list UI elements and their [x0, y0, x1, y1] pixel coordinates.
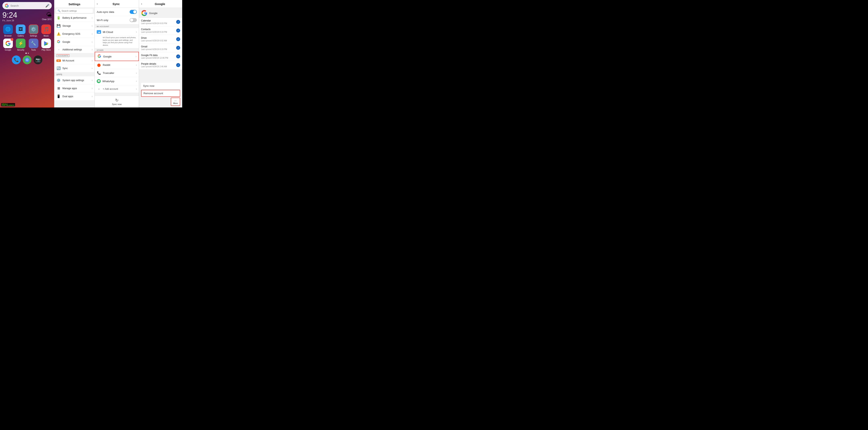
remove-account-button[interactable]: Remove account [141, 90, 180, 97]
accounts-highlight: ACCOUNTS [56, 54, 69, 57]
app-tools[interactable]: 🔧 Tools [28, 38, 39, 51]
additional-arrow: › [92, 48, 93, 51]
calendar-check[interactable] [176, 20, 180, 24]
google-sync-item-gmail: Gmail Last synced 6/29/19 8:19 PM [139, 44, 182, 52]
dual-apps-icon: 📱 [56, 94, 61, 98]
google-account-row: Google [139, 8, 182, 18]
google-panel: ‹ Google Google Calendar Last synced 6/2… [139, 0, 182, 108]
settings-item-additional[interactable]: ··· Additional settings › [54, 46, 94, 53]
settings-item-storage[interactable]: 💾 Storage › [54, 22, 94, 30]
google-settings-label: Google [62, 40, 92, 44]
settings-label: Settings [30, 35, 37, 37]
music-icon: 🎵 [41, 25, 51, 34]
sync-item-reddit[interactable]: ⬤ Reddit › [95, 61, 139, 69]
mic-icon[interactable]: 🎤 [45, 4, 49, 8]
google-sync-now-button[interactable]: Sync now [141, 83, 180, 89]
auto-sync-toggle[interactable] [130, 10, 137, 14]
storage-arrow: › [92, 25, 93, 27]
manage-apps-label: Manage apps [62, 87, 92, 90]
add-account-icon: + [97, 87, 101, 91]
home-search-bar[interactable]: 🎤 [2, 2, 52, 9]
sync-item-autosync[interactable]: Auto-sync data [95, 8, 139, 16]
app-gallery[interactable]: 🖼 Gallery [15, 25, 27, 37]
sync-item-add-account[interactable]: + + Add account › [95, 85, 139, 93]
settings-item-mi-account[interactable]: Mi Mi Account › [54, 57, 94, 64]
battery-arrow: › [92, 17, 93, 19]
sync-panel: ‹ Sync Auto-sync data Wi-Fi only MI ACCO… [95, 0, 139, 108]
tools-label: Tools [31, 49, 36, 51]
home-date: Fri, June 28 [2, 19, 17, 22]
app-security[interactable]: ⚡ Security [15, 38, 27, 51]
sync-item-micloud[interactable]: ☁ Mi Cloud › [95, 28, 139, 36]
sync-item-whatsapp[interactable]: 💬 WhatsApp › [95, 77, 139, 85]
settings-item-emergency[interactable]: ⚠️ Emergency SOS › [54, 30, 94, 38]
sync-back-button[interactable]: ‹ [97, 2, 98, 6]
camera-icon[interactable]: 📷 [33, 55, 42, 64]
security-icon: ⚡ [16, 38, 26, 48]
sync-whatsapp-label: WhatsApp [102, 80, 136, 83]
contacts-sub: Last synced 6/29/19 8:19 PM [141, 31, 176, 33]
google-back-button[interactable]: ‹ [141, 2, 142, 6]
storage-icon: 💾 [56, 24, 61, 28]
sync-truecaller-label: Truecaller [103, 71, 136, 75]
settings-list: 🔋 Battery & performance › 💾 Storage › ⚠️… [54, 14, 94, 108]
contacts-check[interactable] [176, 29, 180, 32]
settings-item-dual-apps[interactable]: 📱 Dual apps › [54, 92, 94, 101]
fit-sub: Last synced 6/30/19 12:06 PM [141, 57, 176, 59]
music-label: Music [43, 35, 49, 37]
playstore-icon [41, 38, 51, 48]
drive-check[interactable] [176, 37, 180, 41]
system-apps-arrow: › [92, 79, 93, 82]
people-check[interactable] [176, 63, 180, 67]
mi-account-icon: Mi [56, 59, 61, 62]
sync-now-button[interactable]: ↻ Sync now [95, 95, 139, 108]
people-label: People details [141, 62, 176, 65]
phone-icon[interactable]: 📞 [12, 55, 21, 64]
home-search-input[interactable] [10, 4, 45, 7]
settings-item-manage-apps[interactable]: ⊞ Manage apps › [54, 84, 94, 92]
apps-section-header: APPS [54, 72, 94, 76]
settings-item-google[interactable]: Google › [54, 38, 94, 46]
sync-item-wifionly[interactable]: Wi-Fi only [95, 16, 139, 24]
app-music[interactable]: 🎵 Music [41, 25, 52, 37]
system-apps-label: System app settings [62, 79, 92, 82]
app-browser[interactable]: 🌐 Browser [2, 25, 13, 37]
additional-label: Additional settings [62, 48, 92, 51]
settings-item-battery[interactable]: 🔋 Battery & performance › [54, 14, 94, 22]
accounts-section-header: ACCOUNTS [54, 53, 94, 57]
mi-cloud-desc: Mi Cloud syncs your contacts and photos,… [95, 36, 139, 48]
app-playstore[interactable]: Play Store [41, 38, 52, 51]
gmail-label: Gmail [141, 45, 176, 48]
time-weather-area: 9:24 Fri, June 28 🌤 Clear 33°C [2, 11, 52, 22]
drive-sub: Last synced 6/29/19 6:02 AM [141, 39, 176, 42]
settings-header: Settings [54, 0, 94, 8]
google-sync-item-calendar: Calendar Last synced 6/29/19 8:03 PM [139, 18, 182, 26]
settings-search-input[interactable] [62, 10, 91, 12]
app-grid-row2: 1 Google ⚡ Security 🔧 Tools Play Store [2, 38, 52, 51]
more-dots-icon: ··· [174, 99, 177, 102]
dual-apps-arrow: › [92, 95, 93, 98]
sync-list: Auto-sync data Wi-Fi only MI ACCOUNT ☁ M… [95, 8, 139, 95]
app-google[interactable]: 1 Google [2, 38, 13, 51]
gallery-label: Gallery [18, 35, 24, 37]
app-settings[interactable]: ⚙️ Settings [28, 25, 39, 37]
contacts-label: Contacts [141, 28, 176, 31]
weather-text: Clear 33°C [42, 18, 52, 21]
mi-cloud-icon: ☁ [97, 30, 101, 34]
chrome-icon[interactable] [23, 55, 31, 64]
settings-item-sync[interactable]: 🔄 Sync › [54, 64, 94, 72]
gmail-check[interactable] [176, 46, 180, 50]
google-badge: 1 [11, 38, 13, 41]
settings-item-system-apps[interactable]: ⚙️ System app settings › [54, 76, 94, 84]
sync-item-google[interactable]: Google › [95, 52, 139, 61]
wifi-only-toggle[interactable] [130, 18, 137, 22]
gallery-icon: 🖼 [16, 25, 26, 34]
reddit-icon: ⬤ [97, 63, 101, 67]
sync-item-truecaller[interactable]: 📞 Truecaller › [95, 69, 139, 77]
dual-apps-label: Dual apps [62, 95, 92, 98]
google-app-icon: 1 [3, 38, 13, 48]
sync-reddit-label: Reddit [103, 63, 136, 66]
fit-check[interactable] [176, 54, 180, 58]
google-sync-item-contacts: Contacts Last synced 6/29/19 8:19 PM [139, 26, 182, 35]
more-button[interactable]: ··· More [171, 97, 180, 106]
